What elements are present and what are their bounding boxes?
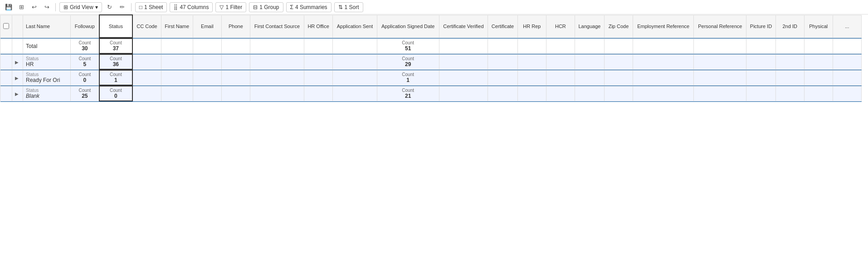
followup-count-hr: 5: [73, 61, 96, 67]
status-label-ready: Count: [102, 72, 130, 77]
td-expand-blank[interactable]: ▶: [12, 86, 23, 101]
th-personal-reference[interactable]: Personal Reference: [694, 15, 746, 38]
th-employment-reference[interactable]: Employment Reference: [633, 15, 694, 38]
td-physical-ready: [804, 70, 833, 85]
group-button[interactable]: ⊟ 1 Group: [249, 2, 283, 12]
th-application-signed-date[interactable]: Application Signed Date: [377, 15, 439, 38]
th-hr-rep[interactable]: HR Rep: [517, 15, 546, 38]
expand-icon-hr[interactable]: ▶: [15, 60, 19, 65]
td-app-signed-ready: Count 1: [377, 70, 439, 85]
group-name-text-blank: Blank: [26, 93, 68, 99]
th-cc-code[interactable]: CC Code: [132, 15, 161, 38]
td-app-sent-total: [333, 38, 377, 53]
data-table: Last Name Followup Status CC Code First …: [0, 14, 862, 102]
group-row-ready: ▶ Status Ready For Ori Count 0 Count 1: [0, 70, 862, 85]
th-status[interactable]: Status: [99, 15, 133, 38]
columns-icon: ⣿: [174, 4, 178, 10]
td-checkbox-blank: [0, 86, 12, 101]
th-picture-id[interactable]: Picture ID: [746, 15, 775, 38]
status-label-hr: Count: [102, 56, 130, 61]
th-first-contact-source[interactable]: First Contact Source: [250, 15, 304, 38]
td-hcr-ready: [546, 70, 575, 85]
grid-view-button[interactable]: ⊞ Grid View ▾: [59, 2, 102, 12]
table-icon-button[interactable]: ⊞: [16, 2, 26, 12]
th-phone[interactable]: Phone: [221, 15, 250, 38]
divider2: [131, 3, 132, 11]
td-expand-hr[interactable]: ▶: [12, 54, 23, 69]
save-button[interactable]: 💾: [4, 2, 14, 12]
td-followup-count: Count 30: [71, 38, 99, 53]
th-zip-code[interactable]: Zip Code: [604, 15, 633, 38]
td-hr-office-ready: [304, 70, 333, 85]
followup-count-value: 30: [73, 45, 96, 52]
th-language[interactable]: Language: [575, 15, 604, 38]
td-group-label-hr: Status HR: [23, 54, 71, 69]
th-hcr[interactable]: HCR: [546, 15, 575, 38]
td-hcr-blank: [546, 86, 575, 101]
followup-label-ready: Count: [73, 72, 96, 77]
td-emp-ref-blank: [633, 86, 694, 101]
filter-label: 1 Filter: [225, 4, 242, 10]
sort-button[interactable]: ⇅ 1 Sort: [334, 2, 363, 12]
td-total-label: Total: [23, 38, 71, 53]
td-phone-hr: [221, 54, 250, 69]
app-signed-label-ready: Count: [380, 72, 436, 77]
td-followup-ready: Count 0: [71, 70, 99, 85]
filter-button[interactable]: ▽ 1 Filter: [215, 2, 246, 12]
td-language-ready: [575, 70, 604, 85]
td-zip-blank: [604, 86, 633, 101]
td-more-blank: [833, 86, 861, 101]
th-certificate[interactable]: Certificate: [488, 15, 518, 38]
td-pic-id-hr: [746, 54, 775, 69]
refresh-button[interactable]: ↻: [105, 2, 115, 12]
td-zip-hr: [604, 54, 633, 69]
td-cert-blank: [488, 86, 518, 101]
th-checkbox[interactable]: [0, 15, 12, 38]
sheet-button[interactable]: □ 1 Sheet: [135, 2, 167, 12]
th-physical[interactable]: Physical: [804, 15, 833, 38]
th-followup[interactable]: Followup: [71, 15, 99, 38]
td-followup-blank: Count 25: [71, 86, 99, 101]
header-row: Last Name Followup Status CC Code First …: [0, 15, 862, 38]
td-cert-hr: [488, 54, 518, 69]
redo-button[interactable]: ↪: [42, 2, 52, 12]
th-certificate-verified[interactable]: Certificate Verified: [439, 15, 488, 38]
th-email[interactable]: Email: [193, 15, 221, 38]
select-all-checkbox[interactable]: [3, 23, 9, 29]
td-pers-ref-ready: [694, 70, 746, 85]
th-first-name[interactable]: First Name: [161, 15, 193, 38]
columns-button[interactable]: ⣿ 47 Columns: [170, 2, 213, 12]
th-hr-office[interactable]: HR Office: [304, 15, 333, 38]
th-application-sent[interactable]: Application Sent: [333, 15, 377, 38]
td-cc-code-ready: [132, 70, 161, 85]
undo-button[interactable]: ↩: [29, 2, 39, 12]
filter-icon: ▽: [219, 4, 224, 10]
td-2nd-id-ready: [775, 70, 804, 85]
expand-icon-ready[interactable]: ▶: [15, 76, 19, 81]
td-pic-id-ready: [746, 70, 775, 85]
td-zip-ready: [604, 70, 633, 85]
edit-button[interactable]: ✏: [117, 2, 127, 12]
group-label-text-blank: Status: [26, 88, 68, 93]
expand-icon-blank[interactable]: ▶: [15, 91, 19, 96]
th-2nd-id[interactable]: 2nd ID: [775, 15, 804, 38]
td-expand-ready[interactable]: ▶: [12, 70, 23, 85]
summaries-button[interactable]: Σ 4 Summaries: [286, 2, 332, 12]
th-last-name[interactable]: Last Name: [23, 15, 71, 38]
td-app-signed-blank: Count 21: [377, 86, 439, 101]
td-zip-total: [604, 38, 633, 53]
summaries-label: 4 Summaries: [295, 4, 327, 10]
td-hr-rep-blank: [517, 86, 546, 101]
status-count-label: Count: [102, 40, 130, 45]
td-language-total: [575, 38, 604, 53]
grid-view-label: Grid View: [70, 4, 93, 10]
th-more[interactable]: ...: [833, 15, 861, 38]
td-phone-ready: [221, 70, 250, 85]
td-language-hr: [575, 54, 604, 69]
th-expand: [12, 15, 23, 38]
td-status-count: Count 37: [99, 38, 133, 53]
app-signed-label-hr: Count: [380, 56, 436, 61]
app-signed-count-ready: 1: [380, 77, 436, 83]
sort-label: 1 Sort: [345, 4, 359, 10]
td-emp-ref-total: [633, 38, 694, 53]
